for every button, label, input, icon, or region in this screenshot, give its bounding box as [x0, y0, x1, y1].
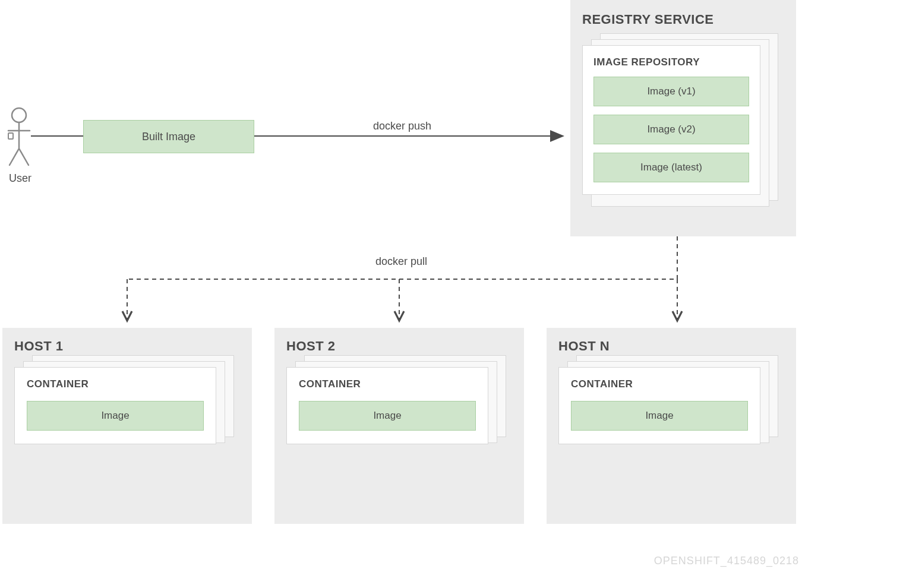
image-repository-card: IMAGE REPOSITORY Image (v1) Image (v2) I… — [582, 45, 760, 195]
watermark: OPENSHIFT_415489_0218 — [654, 555, 799, 567]
user-icon — [6, 107, 32, 169]
host-title: HOST 2 — [286, 339, 512, 354]
hosts-row: HOST 1 CONTAINER Image HOST 2 CONTAINER … — [2, 328, 796, 524]
host-box-2: HOST 2 CONTAINER Image — [274, 328, 524, 524]
container-image: Image — [299, 401, 476, 431]
container-stack: CONTAINER Image — [286, 367, 512, 444]
container-image: Image — [27, 401, 204, 431]
built-image-label: Built Image — [142, 131, 195, 143]
user-label: User — [9, 172, 31, 185]
docker-push-label: docker push — [373, 120, 431, 132]
built-image-box: Built Image — [83, 120, 254, 153]
registry-service-box: REGISTRY SERVICE IMAGE REPOSITORY Image … — [570, 0, 796, 236]
container-card: CONTAINER Image — [286, 367, 488, 444]
svg-point-0 — [12, 108, 26, 122]
registry-title: REGISTRY SERVICE — [582, 12, 784, 27]
image-entry: Image (v2) — [593, 115, 749, 144]
container-title: CONTAINER — [299, 378, 476, 390]
svg-rect-1 — [8, 133, 13, 139]
container-image: Image — [571, 401, 748, 431]
docker-pull-label: docker pull — [375, 255, 427, 268]
container-card: CONTAINER Image — [558, 367, 760, 444]
container-stack: CONTAINER Image — [14, 367, 240, 444]
image-entry: Image (v1) — [593, 77, 749, 106]
container-title: CONTAINER — [571, 378, 748, 390]
container-card: CONTAINER Image — [14, 367, 216, 444]
host-title: HOST N — [558, 339, 784, 354]
container-stack: CONTAINER Image — [558, 367, 784, 444]
host-box-n: HOST N CONTAINER Image — [547, 328, 796, 524]
host-title: HOST 1 — [14, 339, 240, 354]
image-entry: Image (latest) — [593, 153, 749, 182]
container-title: CONTAINER — [27, 378, 204, 390]
repository-title: IMAGE REPOSITORY — [593, 56, 749, 68]
host-box-1: HOST 1 CONTAINER Image — [2, 328, 252, 524]
repository-stack: IMAGE REPOSITORY Image (v1) Image (v2) I… — [582, 45, 784, 195]
